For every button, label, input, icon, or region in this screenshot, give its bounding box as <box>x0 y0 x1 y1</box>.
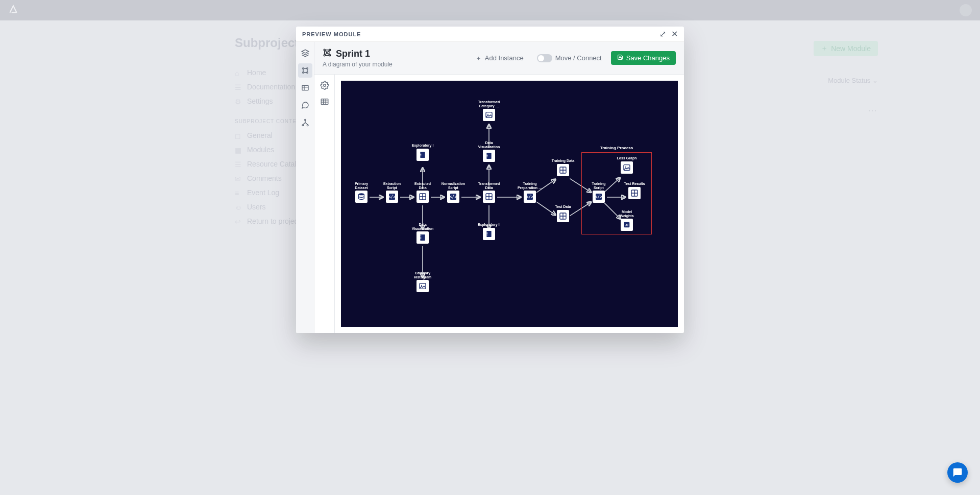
svg-point-8 <box>324 49 325 51</box>
node-transformed-data[interactable]: Transformed Data <box>475 182 503 203</box>
svg-text:</>: </> <box>388 195 396 200</box>
grid-icon <box>416 191 429 203</box>
svg-text:AI: AI <box>625 224 628 227</box>
image-icon <box>483 109 495 121</box>
notebook-icon <box>483 150 495 162</box>
node-label: Test Results <box>624 182 645 186</box>
svg-rect-55 <box>420 234 425 241</box>
svg-rect-37 <box>420 152 425 158</box>
db-icon <box>355 191 368 203</box>
rail-table-icon[interactable] <box>298 81 312 95</box>
node-label: Data Visualization <box>412 223 434 230</box>
save-changes-button[interactable]: Save Changes <box>611 51 676 65</box>
node-exploratory1[interactable]: Exploratory I <box>408 144 437 161</box>
diagram-inner-rail <box>314 75 335 333</box>
node-label: Transformed Data <box>478 182 500 190</box>
node-label: Category Histogram <box>414 271 432 279</box>
node-label: Loss Graph <box>617 156 637 160</box>
svg-rect-43 <box>486 153 491 159</box>
code-icon: </> <box>593 191 605 203</box>
svg-point-51 <box>625 166 626 167</box>
diagram-title: Sprint 1 <box>336 49 370 59</box>
svg-point-1 <box>306 68 308 69</box>
node-transformed-cat[interactable]: Transformed Category … <box>475 100 503 121</box>
svg-point-11 <box>329 55 331 56</box>
node-cat-histogram[interactable]: Category Histogram <box>408 271 437 292</box>
node-training-script[interactable]: Training Script</> <box>584 182 613 203</box>
node-label: Transformed Category … <box>478 100 500 108</box>
node-loss-graph[interactable]: Loss Graph <box>612 156 641 174</box>
svg-text:</>: </> <box>526 195 534 200</box>
preview-module-modal: PREVIEW MODULE ⤢ ✕ Sprint 1 A diagram of… <box>296 27 684 333</box>
node-label: Data Visualization <box>478 141 500 149</box>
node-label: Normalization Script <box>442 182 465 190</box>
code-icon: </> <box>447 191 459 203</box>
code-icon: </> <box>524 191 536 203</box>
node-training-data[interactable]: Training Data <box>549 159 577 176</box>
node-label: Training Script <box>592 182 605 190</box>
grid-icon[interactable] <box>320 97 329 106</box>
node-data-viz-top[interactable]: Data Visualization <box>475 141 503 162</box>
node-label: Extracted Data <box>414 182 431 190</box>
grid-icon <box>628 187 641 199</box>
rail-tree-icon[interactable] <box>298 115 312 130</box>
help-chat-button[interactable] <box>947 462 968 483</box>
code-icon: </> <box>386 191 398 203</box>
node-extraction-script[interactable]: Extraction Script</> <box>378 182 406 203</box>
svg-point-33 <box>359 194 364 196</box>
group-label: Training Process <box>600 146 633 150</box>
diagram-canvas[interactable]: Training Process Primary DatasetExtracti… <box>341 81 678 327</box>
save-icon <box>617 54 623 62</box>
node-normalization[interactable]: Normalization Script</> <box>439 182 468 203</box>
node-label: Model Weights <box>620 210 633 218</box>
grid-icon <box>557 164 569 176</box>
ai-icon: AI <box>621 219 633 231</box>
node-label: Training Data <box>552 159 574 163</box>
svg-point-12 <box>327 52 328 54</box>
modal-left-rail <box>296 42 314 333</box>
svg-point-0 <box>302 68 304 69</box>
node-label: Extraction Script <box>383 182 401 190</box>
grid-icon <box>483 191 495 203</box>
node-exploratory2[interactable]: Exploratory II <box>475 223 503 240</box>
diagram-title-icon <box>323 48 332 60</box>
diagram-subtitle: A diagram of your module <box>323 61 393 68</box>
svg-point-3 <box>306 72 308 74</box>
grid-icon <box>557 210 569 222</box>
node-extracted-data[interactable]: Extracted Data <box>408 182 437 203</box>
node-label: Primary Dataset <box>355 182 368 190</box>
rail-layers-icon[interactable] <box>298 46 312 60</box>
svg-point-2 <box>302 72 304 74</box>
node-data-viz-bot[interactable]: Data Visualization <box>408 223 437 244</box>
toggle-switch[interactable] <box>537 54 552 62</box>
node-label: Exploratory II <box>478 223 501 227</box>
node-model-weights[interactable]: Model WeightsAI <box>612 210 641 231</box>
notebook-icon <box>483 228 495 240</box>
svg-point-6 <box>302 125 304 126</box>
svg-point-13 <box>323 84 326 87</box>
node-test-data[interactable]: Test Data <box>549 205 577 222</box>
add-instance-button[interactable]: ＋ Add Instance <box>471 52 528 65</box>
svg-rect-4 <box>302 85 308 90</box>
svg-point-5 <box>304 119 306 121</box>
svg-text:</>: </> <box>595 195 603 200</box>
image-icon <box>621 161 633 174</box>
expand-icon[interactable]: ⤢ <box>659 29 666 39</box>
node-label: Test Data <box>555 205 571 209</box>
rail-chat-icon[interactable] <box>298 98 312 112</box>
svg-text:</>: </> <box>450 195 457 200</box>
rail-diagram-icon[interactable] <box>298 63 312 78</box>
svg-point-9 <box>329 49 331 51</box>
node-primary-dataset[interactable]: Primary Dataset <box>347 182 376 203</box>
image-icon <box>416 280 429 292</box>
node-training-prep[interactable]: Training Preparation …</> <box>516 182 544 203</box>
modal-title-label: PREVIEW MODULE <box>302 31 361 37</box>
close-icon[interactable]: ✕ <box>671 29 678 39</box>
settings-icon[interactable] <box>320 81 329 90</box>
node-label: Training Preparation … <box>518 182 542 190</box>
svg-point-7 <box>307 125 308 126</box>
move-connect-toggle[interactable]: Move / Connect <box>533 52 606 64</box>
node-test-results[interactable]: Test Results <box>620 182 649 199</box>
svg-point-10 <box>324 55 325 56</box>
node-label: Exploratory I <box>412 144 434 148</box>
